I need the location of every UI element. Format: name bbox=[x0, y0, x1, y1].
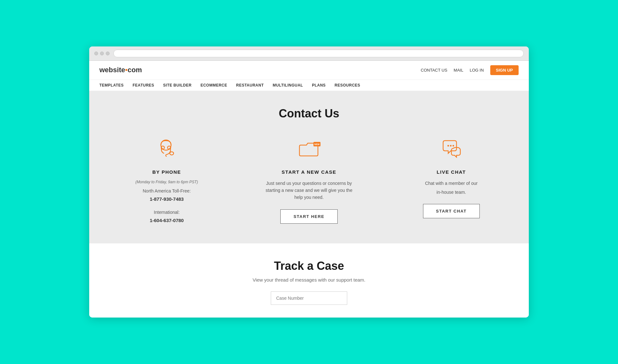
dot-yellow bbox=[100, 52, 104, 55]
nav-log-in[interactable]: LOG IN bbox=[470, 68, 484, 73]
nav-contact-us[interactable]: CONTACT US bbox=[421, 68, 447, 73]
svg-point-8 bbox=[452, 145, 454, 146]
case-number-input[interactable] bbox=[271, 291, 347, 305]
dot-green bbox=[106, 52, 110, 55]
phone-na-number: 1-877-930-7483 bbox=[150, 196, 184, 202]
svg-point-6 bbox=[447, 145, 449, 146]
nav-sign-up[interactable]: SIGN UP bbox=[490, 65, 519, 75]
nav-features[interactable]: FEATURES bbox=[133, 83, 154, 88]
track-section: Track a Case View your thread of message… bbox=[89, 243, 529, 318]
url-bar[interactable] bbox=[113, 50, 524, 57]
phone-hours: (Monday to Friday, 9am to 6pm PST) bbox=[135, 180, 198, 184]
site-header: website•com CONTACT US MAIL LOG IN SIGN … bbox=[89, 61, 529, 80]
logo-dot: • bbox=[125, 66, 128, 74]
track-subtitle: View your thread of messages with our su… bbox=[102, 277, 516, 283]
new-case-icon: NEW bbox=[296, 136, 322, 162]
nav-ecommerce[interactable]: ECOMMERCE bbox=[200, 83, 227, 88]
new-case-description: Just send us your questions or concerns … bbox=[264, 180, 354, 201]
live-chat-icon bbox=[439, 136, 464, 162]
nav-site-builder[interactable]: SITE BUILDER bbox=[163, 83, 191, 88]
header-nav: CONTACT US MAIL LOG IN SIGN UP bbox=[421, 65, 519, 75]
contact-card-new-case: NEW START A NEW CASE Just send us your q… bbox=[264, 136, 354, 224]
phone-intl-label: International: bbox=[154, 209, 180, 216]
nav-multilingual[interactable]: MULTILINGUAL bbox=[273, 83, 303, 88]
nav-templates[interactable]: TEMPLATES bbox=[99, 83, 124, 88]
contact-section-title: Contact Us bbox=[102, 107, 516, 120]
new-case-card-title: START A NEW CASE bbox=[282, 169, 336, 175]
dot-red bbox=[94, 52, 98, 55]
track-input-row bbox=[102, 291, 516, 305]
logo: website•com bbox=[99, 66, 142, 74]
browser-dots bbox=[94, 52, 110, 55]
phone-na-label: North America Toll-Free: bbox=[143, 187, 191, 194]
live-chat-card-title: LIVE CHAT bbox=[437, 169, 466, 175]
start-here-button[interactable]: START HERE bbox=[280, 209, 337, 224]
phone-icon bbox=[154, 136, 179, 162]
live-chat-desc2: in-house team. bbox=[436, 189, 466, 196]
nav-mail[interactable]: MAIL bbox=[454, 68, 463, 73]
contact-section: Contact Us BY bbox=[89, 91, 529, 244]
nav-resources[interactable]: RESOURCES bbox=[334, 83, 360, 88]
browser-chrome bbox=[89, 46, 529, 61]
phone-intl-number: 1-604-637-0780 bbox=[150, 218, 184, 223]
live-chat-desc1: Chat with a member of our bbox=[425, 180, 478, 187]
svg-point-3 bbox=[170, 152, 174, 155]
contact-grid: BY PHONE (Monday to Friday, 9am to 6pm P… bbox=[102, 136, 516, 225]
contact-card-live-chat: LIVE CHAT Chat with a member of our in-h… bbox=[407, 136, 496, 219]
main-nav: TEMPLATES FEATURES SITE BUILDER ECOMMERC… bbox=[89, 80, 529, 91]
svg-point-7 bbox=[450, 145, 451, 146]
browser-window: website•com CONTACT US MAIL LOG IN SIGN … bbox=[89, 46, 529, 318]
phone-card-title: BY PHONE bbox=[152, 169, 181, 175]
contact-card-phone: BY PHONE (Monday to Friday, 9am to 6pm P… bbox=[122, 136, 211, 225]
svg-text:NEW: NEW bbox=[314, 143, 320, 145]
nav-restaurant[interactable]: RESTAURANT bbox=[236, 83, 264, 88]
track-title: Track a Case bbox=[102, 259, 516, 273]
nav-plans[interactable]: PLANS bbox=[312, 83, 326, 88]
start-chat-button[interactable]: START CHAT bbox=[423, 204, 480, 218]
